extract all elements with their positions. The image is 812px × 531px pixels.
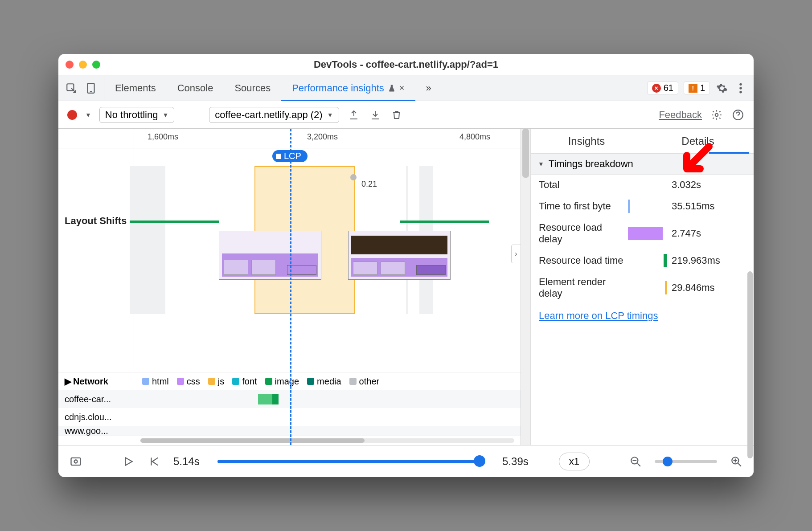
legend-css[interactable]: css bbox=[177, 376, 200, 387]
timing-resource-load-time: Resource load time 219.963ms bbox=[531, 249, 754, 272]
warnings-badge[interactable]: ! 1 bbox=[684, 82, 710, 94]
horizontal-scrollbar[interactable] bbox=[58, 436, 521, 445]
device-toolbar-icon[interactable] bbox=[84, 82, 98, 95]
timeline-ruler[interactable]: 1,600ms 3,200ms 4,800ms bbox=[58, 129, 521, 148]
devtools-window: DevTools - coffee-cart.netlify.app/?ad=1… bbox=[58, 54, 754, 477]
stop-icon bbox=[276, 154, 281, 159]
timings-section-header[interactable]: ▼ Timings breakdown bbox=[531, 154, 754, 175]
tab-console[interactable]: Console bbox=[167, 75, 224, 101]
maximize-window-button[interactable] bbox=[92, 61, 100, 69]
legend-js[interactable]: js bbox=[208, 376, 224, 387]
details-tabs: Insights Details bbox=[531, 129, 754, 154]
feedback-link[interactable]: Feedback bbox=[659, 109, 702, 121]
markers-row: LCP bbox=[58, 148, 521, 166]
current-time: 5.14s bbox=[173, 455, 200, 468]
layout-shifts-canvas[interactable]: 0.21 bbox=[134, 166, 521, 372]
close-window-button[interactable] bbox=[66, 61, 74, 69]
svg-line-18 bbox=[738, 463, 741, 466]
right-vertical-scrollbar[interactable] bbox=[747, 271, 753, 458]
svg-point-9 bbox=[74, 460, 78, 463]
zoom-in-button[interactable] bbox=[730, 455, 743, 468]
panel-body: › 1,600ms 3,200ms 4,800ms LCP Layout Shi… bbox=[58, 129, 754, 445]
network-row[interactable]: coffee-car... bbox=[58, 390, 521, 408]
flask-icon bbox=[388, 84, 396, 92]
more-menu-icon[interactable] bbox=[734, 82, 747, 95]
import-icon[interactable] bbox=[369, 108, 382, 122]
time-tick: 1,600ms bbox=[148, 132, 178, 142]
tab-performance-insights[interactable]: Performance insights × bbox=[281, 75, 415, 101]
warning-icon: ! bbox=[689, 84, 697, 93]
lcp-marker[interactable]: LCP bbox=[272, 150, 308, 162]
tabs-overflow-button[interactable]: » bbox=[415, 75, 442, 101]
row-label: Layout Shifts bbox=[58, 166, 134, 372]
tab-elements[interactable]: Elements bbox=[104, 75, 167, 101]
layout-shifts-row: Layout Shifts 0.21 bbox=[58, 166, 521, 372]
shift-marker[interactable] bbox=[350, 174, 357, 180]
time-tick: 3,200ms bbox=[307, 132, 338, 142]
record-menu-caret-icon[interactable]: ▼ bbox=[85, 111, 91, 118]
svg-point-4 bbox=[739, 87, 742, 89]
throttling-select[interactable]: No throttling ▼ bbox=[99, 107, 174, 123]
svg-point-6 bbox=[715, 113, 718, 116]
window-title: DevTools - coffee-cart.netlify.app/?ad=1 bbox=[58, 59, 754, 70]
legend-image[interactable]: image bbox=[265, 376, 299, 387]
tab-sources[interactable]: Sources bbox=[224, 75, 281, 101]
target-select[interactable]: coffee-cart.netlify.app (2) ▼ bbox=[209, 107, 339, 123]
legend-font[interactable]: font bbox=[232, 376, 257, 387]
export-icon[interactable] bbox=[347, 108, 361, 122]
shift-value: 0.21 bbox=[361, 180, 377, 189]
timeline-pane: › 1,600ms 3,200ms 4,800ms LCP Layout Shi… bbox=[58, 129, 521, 445]
annotation-arrow-icon bbox=[678, 142, 714, 178]
titlebar: DevTools - coffee-cart.netlify.app/?ad=1 bbox=[58, 54, 754, 75]
chevron-down-icon: ▼ bbox=[162, 111, 168, 118]
cls-bar bbox=[130, 221, 219, 223]
window-controls bbox=[66, 61, 100, 69]
network-header: ▶ Network html css js font image media o… bbox=[58, 372, 521, 390]
left-vertical-scrollbar[interactable] bbox=[521, 129, 531, 445]
svg-point-5 bbox=[739, 90, 742, 93]
errors-badge[interactable]: × 61 bbox=[647, 82, 678, 94]
speed-select[interactable]: x1 bbox=[559, 453, 590, 470]
legend-html[interactable]: html bbox=[142, 376, 169, 387]
learn-more-link[interactable]: Learn more on LCP timings bbox=[531, 304, 754, 328]
delete-icon[interactable] bbox=[390, 108, 403, 122]
playback-slider[interactable] bbox=[217, 460, 484, 463]
minimize-window-button[interactable] bbox=[79, 61, 87, 69]
zoom-slider[interactable] bbox=[655, 460, 717, 463]
tab-insights[interactable]: Insights bbox=[531, 129, 642, 153]
preview-toggle-icon[interactable] bbox=[69, 455, 82, 468]
timing-ttfb: Time to first byte 35.515ms bbox=[531, 195, 754, 217]
legend-media[interactable]: media bbox=[307, 376, 341, 387]
help-icon[interactable] bbox=[731, 108, 745, 122]
network-row[interactable]: www.goo... bbox=[58, 426, 521, 436]
time-tick: 4,800ms bbox=[459, 132, 490, 142]
chevron-down-icon: ▼ bbox=[538, 160, 544, 167]
playhead[interactable] bbox=[290, 129, 291, 445]
main-tabbar: Elements Console Sources Performance ins… bbox=[58, 75, 754, 101]
inspect-element-icon[interactable] bbox=[65, 82, 78, 95]
network-section: ▶ Network html css js font image media o… bbox=[58, 372, 521, 436]
record-button[interactable] bbox=[67, 110, 77, 120]
playback-footer: 5.14s 5.39s x1 bbox=[58, 445, 754, 477]
total-time: 5.39s bbox=[502, 455, 529, 468]
chevron-down-icon: ▼ bbox=[327, 111, 333, 118]
rewind-button[interactable] bbox=[148, 455, 161, 468]
screenshot-thumb[interactable] bbox=[219, 231, 321, 280]
recording-toolbar: ▼ No throttling ▼ coffee-cart.netlify.ap… bbox=[58, 101, 754, 129]
close-tab-icon[interactable]: × bbox=[399, 83, 405, 93]
network-toggle[interactable]: ▶ Network bbox=[65, 376, 134, 387]
timing-resource-load-delay: Resource load delay 2.747s bbox=[531, 217, 754, 249]
svg-line-14 bbox=[637, 463, 640, 466]
chevron-right-icon: ▶ bbox=[65, 376, 71, 387]
collapse-right-pane-button[interactable]: › bbox=[511, 245, 521, 263]
svg-rect-8 bbox=[71, 457, 81, 465]
play-button[interactable] bbox=[122, 455, 135, 468]
cls-bar bbox=[400, 221, 489, 223]
legend-other[interactable]: other bbox=[349, 376, 380, 387]
svg-point-3 bbox=[739, 83, 742, 85]
settings-gear-icon[interactable] bbox=[715, 82, 729, 95]
screenshot-thumb[interactable] bbox=[348, 231, 451, 280]
panel-settings-icon[interactable] bbox=[710, 108, 723, 122]
network-row[interactable]: cdnjs.clou... bbox=[58, 408, 521, 426]
zoom-out-button[interactable] bbox=[629, 455, 642, 468]
